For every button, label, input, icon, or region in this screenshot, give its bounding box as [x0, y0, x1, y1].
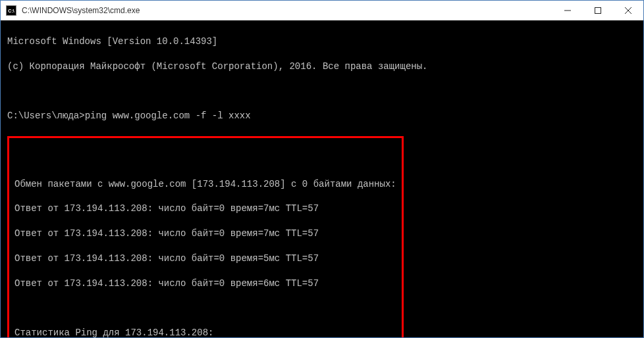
window-controls	[552, 1, 643, 20]
close-button[interactable]	[613, 1, 643, 20]
svg-rect-1	[595, 8, 601, 14]
minimize-button[interactable]	[552, 1, 583, 20]
stats-header: Статистика Ping для 173.194.113.208:	[14, 327, 396, 337]
minimize-icon	[564, 7, 571, 14]
exchange-line: Обмен пакетами с www.google.com [173.194…	[14, 178, 396, 191]
blank-line	[14, 153, 396, 166]
window-title: C:\WINDOWS\system32\cmd.exe	[22, 6, 552, 15]
maximize-icon	[595, 7, 601, 14]
reply-line-4: Ответ от 173.194.113.208: число байт=0 в…	[14, 278, 396, 290]
blank-line	[14, 302, 396, 315]
prompt-line-1: C:\Users\люда>ping www.google.com -f -l …	[7, 110, 637, 122]
reply-line-3: Ответ от 173.194.113.208: число байт=0 в…	[14, 253, 396, 265]
close-icon	[625, 7, 631, 14]
reply-line-1: Ответ от 173.194.113.208: число байт=0 в…	[14, 203, 396, 215]
prompt-path: C:\Users\люда>	[7, 110, 85, 121]
titlebar: C:\ C:\WINDOWS\system32\cmd.exe	[1, 1, 643, 20]
highlighted-output: Обмен пакетами с www.google.com [173.194…	[7, 136, 404, 337]
ping-command: ping www.google.com -f -l xxxx	[85, 110, 251, 121]
blank-line	[7, 85, 637, 97]
copyright-line: (c) Корпорация Майкрософт (Microsoft Cor…	[7, 60, 637, 73]
reply-line-2: Ответ от 173.194.113.208: число байт=0 в…	[14, 228, 396, 240]
terminal-body[interactable]: Microsoft Windows [Version 10.0.14393] (…	[1, 20, 643, 337]
cmd-window: C:\ C:\WINDOWS\system32\cmd.exe Microsof…	[0, 0, 644, 338]
version-line: Microsoft Windows [Version 10.0.14393]	[7, 36, 637, 48]
cmd-icon: C:\	[6, 5, 16, 16]
maximize-button[interactable]	[583, 1, 613, 20]
